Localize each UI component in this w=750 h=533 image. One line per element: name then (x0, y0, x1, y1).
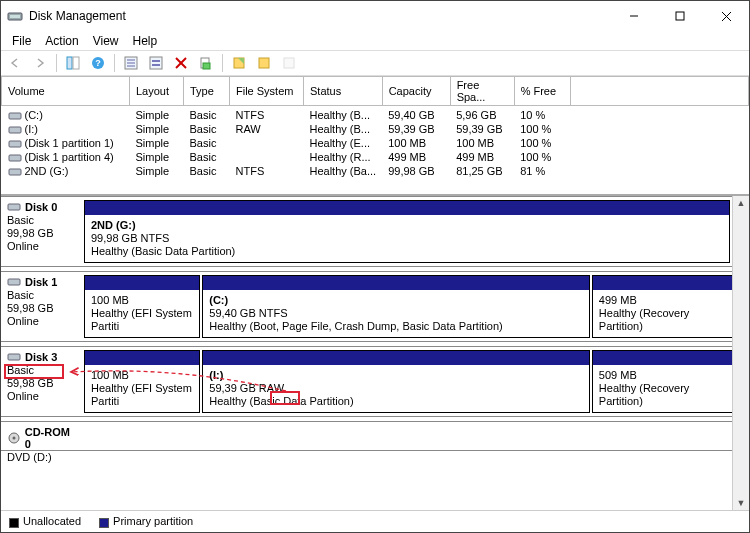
disk-row[interactable]: Disk 1Basic59,98 GBOnline100 MBHealthy (… (1, 271, 732, 342)
disk-label: CD-ROM 0DVD (D:) (1, 422, 84, 450)
partition[interactable]: 100 MBHealthy (EFI System Partiti (84, 275, 200, 338)
svg-rect-31 (8, 354, 20, 360)
maximize-button[interactable] (657, 1, 703, 31)
separator (56, 54, 57, 72)
app-icon (7, 8, 23, 24)
new-button[interactable] (253, 52, 275, 74)
volume-row[interactable]: (I:)SimpleBasicRAWHealthy (B...59,39 GB5… (2, 122, 749, 136)
menubar: File Action View Help (1, 31, 749, 50)
back-button[interactable] (4, 52, 26, 74)
menu-view[interactable]: View (86, 32, 126, 50)
svg-rect-14 (150, 57, 162, 69)
svg-rect-29 (8, 204, 20, 210)
forward-button[interactable] (29, 52, 51, 74)
disk-label: Disk 0Basic99,98 GBOnline (1, 197, 84, 266)
col-type[interactable]: Type (184, 77, 230, 106)
detach-button[interactable] (278, 52, 300, 74)
partition[interactable]: (I:)59,39 GB RAWHealthy (Basic Data Part… (202, 350, 590, 413)
svg-rect-1 (10, 15, 20, 18)
disk-row[interactable]: Disk 3Basic59,98 GBOnline100 MBHealthy (… (1, 346, 732, 417)
disk-management-window: Disk Management File Action View Help ? … (0, 0, 750, 533)
disk-graphical-view: Disk 0Basic99,98 GBOnline2ND (G:)99,98 G… (1, 194, 749, 510)
volume-row[interactable]: (Disk 1 partition 1)SimpleBasicHealthy (… (2, 136, 749, 150)
legend: Unallocated Primary partition (1, 510, 749, 532)
window-title: Disk Management (29, 9, 611, 23)
svg-line-4 (722, 12, 731, 21)
settings-button[interactable] (145, 52, 167, 74)
partition-container: 100 MBHealthy (EFI System Partiti(C:)59,… (84, 272, 732, 341)
partition-container: 100 MBHealthy (EFI System Partiti(I:)59,… (84, 347, 732, 416)
volume-table: Volume Layout Type File System Status Ca… (1, 76, 749, 178)
svg-rect-24 (9, 113, 21, 119)
svg-rect-16 (152, 64, 160, 66)
disk-row[interactable]: CD-ROM 0DVD (D:) (1, 421, 732, 451)
col-status[interactable]: Status (304, 77, 383, 106)
col-pfree[interactable]: % Free (514, 77, 570, 106)
menu-action[interactable]: Action (38, 32, 85, 50)
svg-rect-28 (9, 169, 21, 175)
col-capacity[interactable]: Capacity (382, 77, 450, 106)
close-button[interactable] (703, 1, 749, 31)
svg-rect-27 (9, 155, 21, 161)
minimize-button[interactable] (611, 1, 657, 31)
svg-rect-7 (73, 57, 79, 69)
svg-rect-30 (8, 279, 20, 285)
disk-label: Disk 3Basic59,98 GBOnline (1, 347, 84, 416)
svg-rect-3 (676, 12, 684, 20)
delete-button[interactable] (170, 52, 192, 74)
svg-text:?: ? (95, 58, 101, 68)
svg-rect-26 (9, 141, 21, 147)
disk-label: Disk 1Basic59,98 GBOnline (1, 272, 84, 341)
partition[interactable]: 499 MBHealthy (Recovery Partition) (592, 275, 732, 338)
volume-row[interactable]: 2ND (G:)SimpleBasicNTFSHealthy (Ba...99,… (2, 164, 749, 178)
toolbar: ? (1, 50, 749, 76)
partition[interactable]: 100 MBHealthy (EFI System Partiti (84, 350, 200, 413)
svg-rect-15 (152, 60, 160, 62)
refresh-button[interactable] (120, 52, 142, 74)
col-free[interactable]: Free Spa... (450, 77, 514, 106)
properties-button[interactable] (195, 52, 217, 74)
partition[interactable]: (C:)59,40 GB NTFSHealthy (Boot, Page Fil… (202, 275, 590, 338)
menu-help[interactable]: Help (126, 32, 165, 50)
separator (114, 54, 115, 72)
scroll-up-icon[interactable]: ▲ (737, 198, 746, 208)
separator (222, 54, 223, 72)
titlebar: Disk Management (1, 1, 749, 31)
volume-row[interactable]: (Disk 1 partition 4)SimpleBasicHealthy (… (2, 150, 749, 164)
partition-container: 2ND (G:)99,98 GB NTFSHealthy (Basic Data… (84, 197, 732, 266)
disk-row[interactable]: Disk 0Basic99,98 GBOnline2ND (G:)99,98 G… (1, 196, 732, 267)
svg-rect-25 (9, 127, 21, 133)
legend-unallocated: Unallocated (9, 515, 81, 527)
scrollbar[interactable]: ▲ ▼ (732, 196, 749, 510)
partition[interactable]: 509 MBHealthy (Recovery Partition) (592, 350, 732, 413)
partition-container (84, 422, 732, 450)
svg-rect-20 (203, 63, 210, 69)
col-fs[interactable]: File System (230, 77, 304, 106)
col-volume[interactable]: Volume (2, 77, 130, 106)
col-layout[interactable]: Layout (130, 77, 184, 106)
scroll-down-icon[interactable]: ▼ (737, 498, 746, 508)
legend-primary: Primary partition (99, 515, 193, 527)
volume-list[interactable]: Volume Layout Type File System Status Ca… (1, 76, 749, 194)
volume-row[interactable]: (C:)SimpleBasicNTFSHealthy (B...59,40 GB… (2, 106, 749, 123)
svg-rect-6 (67, 57, 72, 69)
col-spare[interactable] (570, 77, 748, 106)
svg-rect-23 (284, 58, 294, 68)
svg-line-5 (722, 12, 731, 21)
show-hide-tree-button[interactable] (62, 52, 84, 74)
partition[interactable]: 2ND (G:)99,98 GB NTFSHealthy (Basic Data… (84, 200, 730, 263)
svg-rect-22 (259, 58, 269, 68)
svg-point-33 (13, 437, 16, 440)
rescan-button[interactable] (228, 52, 250, 74)
help-button[interactable]: ? (87, 52, 109, 74)
menu-file[interactable]: File (5, 32, 38, 50)
